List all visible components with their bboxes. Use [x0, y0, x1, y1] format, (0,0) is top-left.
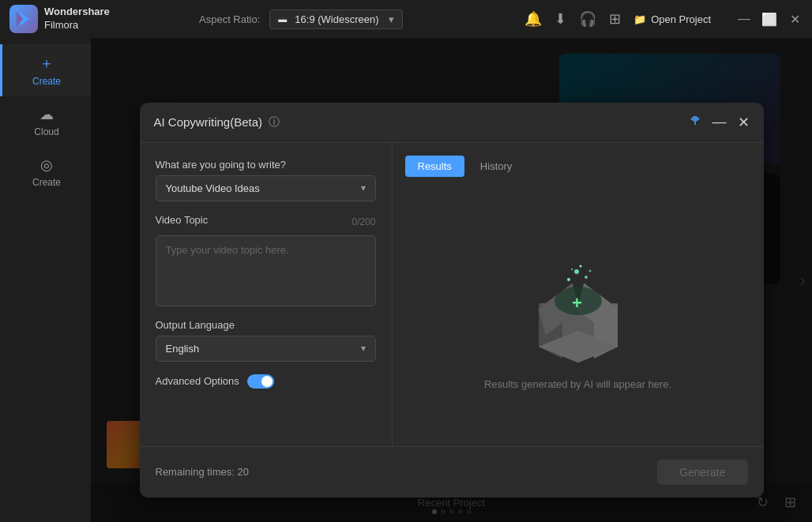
create2-icon: ◎ [40, 156, 53, 174]
video-topic-group: Video Topic 0/200 [156, 214, 376, 306]
video-topic-label: Video Topic [156, 214, 209, 226]
sidebar-item-create[interactable]: ＋ Create [0, 44, 91, 96]
video-topic-input[interactable] [156, 235, 376, 306]
tabs-row: Results History [405, 156, 751, 177]
writing-type-group: What are you going to write? Youtube Vid… [156, 159, 376, 201]
grid-icon[interactable]: ⊞ [609, 10, 621, 28]
writing-type-dropdown[interactable]: Youtube Video Ideas ▾ [156, 175, 376, 201]
empty-state-illustration: + [515, 236, 641, 362]
svg-point-11 [585, 276, 588, 279]
app-logo-icon [9, 5, 38, 33]
svg-point-9 [567, 278, 570, 281]
remaining-times: Remaining times: 20 [156, 466, 250, 478]
sidebar-item-cloud[interactable]: ☁ Cloud [0, 96, 91, 147]
pin-button[interactable] [689, 115, 701, 130]
output-lang-value: English [166, 343, 200, 355]
modal-close-button[interactable]: ✕ [738, 114, 750, 131]
video-topic-header: Video Topic 0/200 [156, 214, 376, 231]
modal-right-panel: Results History [393, 143, 764, 446]
minimize-button[interactable]: — [736, 12, 752, 27]
modal-footer: Remaining times: 20 Generate [140, 446, 764, 498]
sidebar: ＋ Create ☁ Cloud ◎ Create [0, 38, 91, 522]
logo-area: Wondershare Filmora [9, 5, 199, 33]
remaining-label: Remaining times: [156, 466, 235, 478]
advanced-options-row: Advanced Options [156, 374, 376, 389]
modal-body: What are you going to write? Youtube Vid… [140, 143, 764, 446]
modal-minimize-button[interactable]: — [712, 114, 727, 130]
ai-copywriting-modal: AI Copywriting(Beta) ⓘ — ✕ What are you … [140, 103, 764, 498]
main-area: 🎧 Recent Project ↻ ⊞ › AI Copywriting(Be… [91, 38, 812, 522]
sidebar-item-create2[interactable]: ◎ Create [0, 147, 91, 197]
output-language-dropdown[interactable]: English ▾ [156, 336, 376, 362]
svg-text:+: + [572, 293, 582, 313]
app-name: Wondershare Filmora [44, 6, 110, 32]
window-controls: — ⬜ ✕ [736, 12, 803, 27]
output-lang-label: Output Language [156, 319, 376, 331]
char-count: 0/200 [351, 216, 375, 227]
modal-title: AI Copywriting(Beta) [154, 115, 263, 129]
download-icon[interactable]: ⬇ [554, 10, 566, 28]
close-button[interactable]: ✕ [787, 12, 803, 27]
tab-history[interactable]: History [468, 156, 524, 177]
dropdown-arrow: ▾ [361, 182, 366, 193]
sidebar-item-create2-label: Create [32, 177, 61, 188]
output-language-group: Output Language English ▾ [156, 319, 376, 362]
results-empty-message: Results generated by AI will appear here… [484, 378, 671, 390]
toggle-knob [261, 376, 273, 387]
writing-type-label: What are you going to write? [156, 159, 376, 171]
title-bar: Wondershare Filmora Aspect Ratio: ▬ 16:9… [0, 0, 812, 38]
lang-dropdown-arrow: ▾ [361, 343, 366, 354]
title-bar-right: 🔔 ⬇ 🎧 ⊞ 📁 Open Project — ⬜ ✕ [524, 10, 803, 28]
advanced-options-toggle[interactable] [247, 374, 274, 389]
maximize-button[interactable]: ⬜ [761, 12, 777, 27]
sidebar-item-cloud-label: Cloud [34, 126, 58, 137]
sidebar-item-create-label: Create [32, 76, 61, 87]
generate-button[interactable]: Generate [657, 460, 747, 485]
svg-point-10 [574, 269, 579, 274]
svg-point-13 [571, 269, 573, 270]
aspect-ratio-label: Aspect Ratio: [199, 13, 260, 25]
title-bar-center: Aspect Ratio: ▬ 16:9 (Widescreen) ▾ [199, 9, 524, 29]
create-icon: ＋ [39, 54, 54, 73]
tab-results[interactable]: Results [405, 156, 464, 177]
modal-left-panel: What are you going to write? Youtube Vid… [140, 143, 393, 446]
writing-type-value: Youtube Video Ideas [166, 182, 260, 194]
modal-header: AI Copywriting(Beta) ⓘ — ✕ [140, 103, 764, 143]
notification-icon[interactable]: 🔔 [524, 10, 542, 28]
svg-point-12 [579, 265, 581, 267]
headset-icon[interactable]: 🎧 [579, 10, 596, 28]
remaining-count: 20 [238, 466, 249, 478]
advanced-options-label: Advanced Options [156, 375, 239, 387]
results-area: + Results generated by AI will appear he… [405, 193, 751, 434]
cloud-icon: ☁ [39, 106, 54, 123]
aspect-ratio-dropdown[interactable]: ▬ 16:9 (Widescreen) ▾ [269, 9, 402, 29]
open-project-button[interactable]: 📁 Open Project [633, 13, 711, 25]
info-icon[interactable]: ⓘ [269, 115, 280, 130]
svg-point-14 [588, 269, 591, 272]
modal-header-actions: — ✕ [689, 114, 750, 131]
